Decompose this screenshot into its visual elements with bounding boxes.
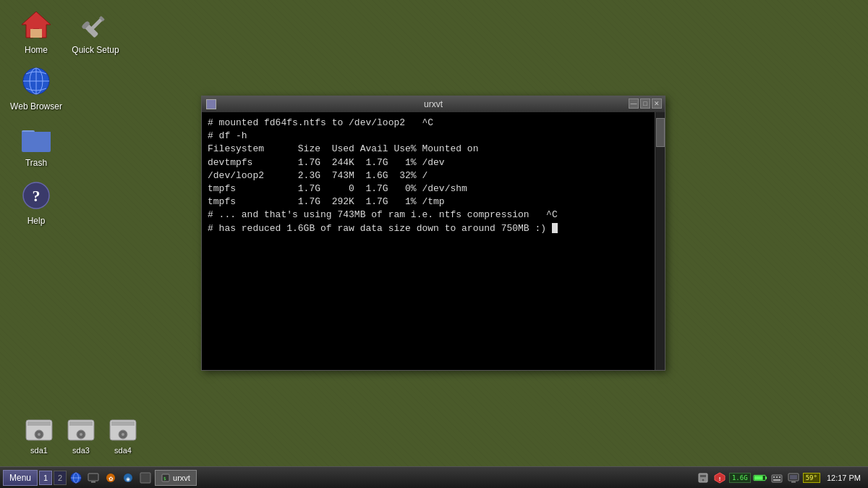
svg-rect-30 (88, 474, 98, 481)
svg-point-41 (702, 479, 705, 481)
svg-rect-40 (700, 475, 706, 477)
svg-text:!: ! (719, 476, 721, 482)
terminal-line-6: tmpfs 1.7G 0 1.7G 0% /dev/shm (208, 182, 649, 195)
tray-network-icon[interactable]: ◉ (120, 470, 136, 486)
system-tray: ! 1.6G (696, 471, 865, 485)
workspace-2-button[interactable]: 2 (54, 471, 67, 485)
svg-rect-50 (779, 476, 780, 478)
svg-rect-10 (22, 133, 51, 152)
workspace-1-button[interactable]: 1 (39, 471, 52, 485)
terminal-line-9: # has reduced 1.6GB of raw data size dow… (208, 222, 649, 235)
taskbar-urxvt-label: urxvt (173, 474, 190, 482)
desktop-icon-help[interactable]: ? Help (7, 178, 65, 226)
taskbar-urxvt-button[interactable]: $ urxvt (155, 470, 197, 486)
terminal-title-icon (206, 99, 216, 109)
desktop-icon-home[interactable]: Home (7, 7, 65, 55)
svg-rect-16 (27, 421, 51, 426)
svg-rect-46 (754, 476, 762, 479)
desktop-icon-trash[interactable]: Trash (7, 120, 65, 168)
terminal-window-controls: — □ ✕ (629, 98, 662, 109)
help-icon-label: Help (27, 216, 46, 226)
terminal-minimize-button[interactable]: — (629, 98, 639, 109)
svg-rect-1 (30, 29, 42, 38)
tray-leaf-icon[interactable]: ✿ (103, 470, 119, 486)
svg-rect-31 (91, 481, 95, 483)
terminal-scrollbar[interactable] (655, 112, 665, 370)
drive-sda3-label: sda3 (72, 446, 90, 455)
svg-rect-20 (69, 421, 93, 426)
drive-icon-sda1[interactable]: sda1 (23, 414, 55, 455)
svg-rect-47 (772, 475, 782, 482)
tray-globe-icon[interactable] (68, 470, 84, 486)
desktop-icon-quicksetup[interactable]: Quick Setup (67, 7, 124, 55)
terminal-line-4: devtmpfs 1.7G 244K 1.7G 1% /dev (208, 156, 649, 169)
home-icon-label: Home (25, 45, 48, 55)
terminal-body[interactable]: # mounted fd64fs.ntfs to /dev/loop2 ^C #… (202, 112, 665, 370)
tray-drive-icon[interactable] (696, 471, 710, 485)
taskbar-terminal-icon (137, 470, 153, 486)
svg-point-18 (38, 433, 41, 436)
tray-battery-icon[interactable] (753, 471, 767, 485)
terminal-close-button[interactable]: ✕ (652, 98, 662, 109)
taskbar: Menu 1 2 ✿ ◉ (0, 466, 868, 488)
drive-sda1-label: sda1 (30, 446, 48, 455)
tray-keyboard-icon[interactable] (770, 471, 784, 485)
terminal-window: urxvt — □ ✕ # mounted fd64fs.ntfs to /de… (201, 96, 665, 371)
svg-rect-36 (140, 473, 150, 483)
terminal-cursor (552, 223, 558, 233)
terminal-output[interactable]: # mounted fd64fs.ntfs to /dev/loop2 ^C #… (202, 112, 655, 370)
system-clock: 12:17 PM (822, 474, 865, 482)
menu-button[interactable]: Menu (3, 470, 38, 486)
svg-text:◉: ◉ (126, 476, 130, 481)
terminal-line-5: /dev/loop2 2.3G 743M 1.6G 32% / (208, 169, 649, 182)
terminal-line-1: # mounted fd64fs.ntfs to /dev/loop2 ^C (208, 117, 649, 130)
trash-icon (19, 120, 54, 155)
svg-rect-12 (22, 132, 51, 135)
svg-rect-45 (765, 476, 767, 479)
svg-rect-53 (791, 481, 796, 483)
svg-rect-49 (776, 476, 778, 478)
trash-icon-label: Trash (25, 158, 47, 168)
home-icon (19, 7, 54, 42)
tray-monitor-icon[interactable] (85, 470, 101, 486)
temperature-indicator: 59° (803, 473, 820, 483)
svg-text:✿: ✿ (109, 476, 114, 482)
svg-rect-24 (111, 421, 135, 426)
terminal-line-3: Filesystem Size Used Avail Use% Mounted … (208, 143, 649, 156)
tray-shield-icon[interactable]: ! (712, 471, 727, 485)
terminal-line-7: tmpfs 1.7G 292K 1.7G 1% /tmp (208, 195, 649, 209)
svg-rect-54 (790, 475, 797, 479)
terminal-maximize-button[interactable]: □ (640, 98, 650, 109)
webbrowser-icon-label: Web Browser (10, 101, 62, 112)
drive-sda4-label: sda4 (114, 446, 132, 455)
globe-icon (19, 64, 54, 98)
terminal-titlebar[interactable]: urxvt — □ ✕ (202, 96, 665, 112)
terminal-title: urxvt (424, 99, 443, 109)
drive-icon-sda4[interactable]: sda4 (107, 414, 139, 455)
terminal-line-2: # df -h (208, 130, 649, 143)
svg-text:$: $ (163, 476, 166, 481)
help-icon: ? (19, 178, 54, 213)
desktop-icon-webbrowser[interactable]: Web Browser (7, 64, 65, 112)
quicksetup-icon-label: Quick Setup (72, 45, 119, 55)
svg-point-22 (80, 433, 82, 436)
tray-display-icon[interactable] (786, 471, 801, 485)
quicksetup-icon (78, 7, 113, 42)
svg-text:?: ? (33, 187, 41, 205)
svg-rect-51 (773, 479, 780, 481)
drive-icon-sda3[interactable]: sda3 (65, 414, 97, 455)
ram-indicator: 1.6G (729, 473, 751, 483)
scrollbar-thumb[interactable] (656, 118, 665, 147)
svg-point-26 (122, 433, 124, 436)
svg-rect-48 (773, 476, 775, 478)
terminal-line-8: # ... and that's using 743MB of ram i.e.… (208, 209, 649, 222)
